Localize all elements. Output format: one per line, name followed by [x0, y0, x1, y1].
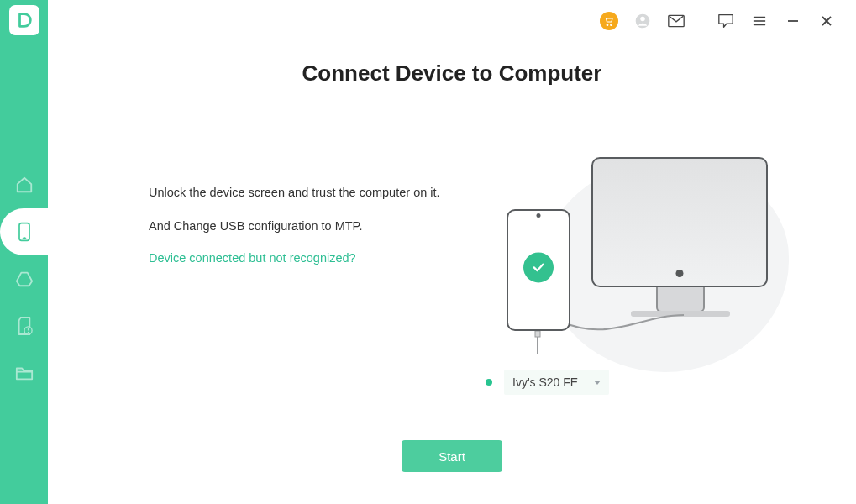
google-drive-icon [15, 270, 34, 288]
titlebar [600, 0, 856, 35]
phone-icon [16, 222, 33, 242]
svg-point-4 [27, 332, 28, 333]
page-title: Connect Device to Computer [48, 60, 856, 87]
minimize-icon [787, 15, 799, 27]
feedback-button[interactable] [717, 12, 735, 30]
user-icon [634, 13, 651, 29]
sidebar [0, 0, 48, 504]
mail-button[interactable] [667, 12, 685, 30]
titlebar-separator [701, 13, 701, 29]
svg-rect-15 [535, 331, 540, 337]
svg-rect-1 [23, 238, 25, 239]
instruction-line-1: Unlock the device screen and trust the c… [149, 184, 485, 202]
menu-button[interactable] [750, 12, 769, 30]
close-icon [821, 15, 832, 27]
illustration [485, 145, 806, 381]
sidebar-item-cloud[interactable] [0, 255, 48, 302]
minimize-button[interactable] [784, 12, 802, 30]
main-area: Connect Device to Computer Unlock the de… [48, 0, 856, 504]
check-icon [523, 252, 554, 282]
cart-button[interactable] [600, 12, 618, 30]
mail-icon [668, 14, 685, 28]
start-button[interactable]: Start [402, 440, 502, 472]
monitor-graphic [591, 157, 768, 287]
phone-cable-graphic [533, 331, 542, 354]
sidebar-item-folder[interactable] [0, 349, 48, 396]
status-dot [486, 379, 492, 386]
instruction-line-2: And Change USB configuration to MTP. [149, 218, 485, 236]
folder-icon [15, 365, 34, 381]
speech-icon [717, 13, 734, 29]
menu-icon [753, 15, 766, 27]
cable-graphic [558, 313, 684, 347]
sd-alert-icon [16, 316, 33, 336]
phone-graphic [507, 209, 570, 331]
svg-point-7 [640, 17, 645, 22]
sidebar-item-device[interactable] [0, 208, 48, 255]
device-selector-row: Ivy's S20 FE [486, 370, 609, 395]
close-button[interactable] [817, 12, 836, 30]
logo-d-icon [15, 11, 34, 29]
app-logo [9, 5, 39, 35]
user-button[interactable] [633, 12, 652, 30]
device-select[interactable]: Ivy's S20 FE [504, 370, 609, 395]
sidebar-item-sd-alert[interactable] [0, 302, 48, 349]
instructions: Unlock the device screen and trust the c… [149, 145, 485, 381]
cart-icon [600, 12, 618, 30]
sidebar-item-home[interactable] [0, 161, 48, 208]
home-icon [15, 176, 34, 194]
help-link[interactable]: Device connected but not recognized? [149, 251, 485, 265]
